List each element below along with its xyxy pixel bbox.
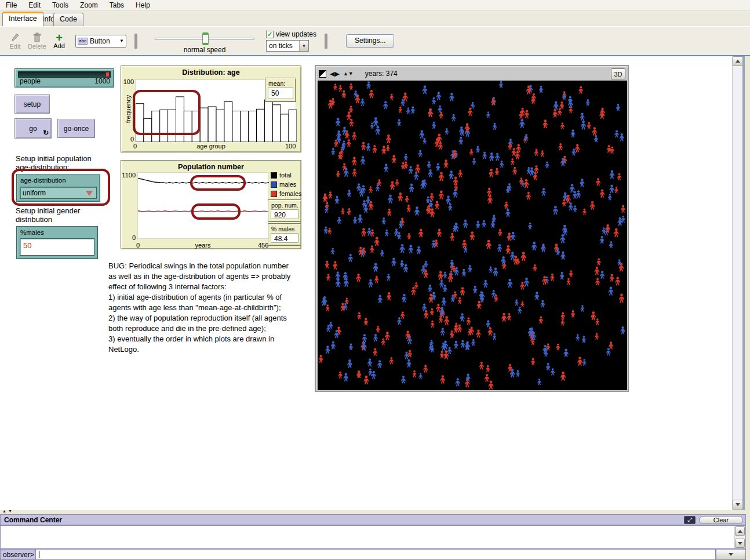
menu-zoom[interactable]: Zoom [74, 0, 104, 10]
chevron-down-icon: ▼ [299, 41, 308, 51]
main-scrollbar[interactable] [732, 56, 742, 510]
toolbar-separator [134, 34, 137, 49]
world-view: ◀▶ ▲▼ years: 374 3D [315, 65, 629, 392]
world-canvas[interactable] [318, 81, 627, 390]
percent-males-value[interactable]: 50 [20, 238, 94, 256]
forever-icon: ↻ [43, 129, 49, 137]
popout-button[interactable]: ⤢ [684, 516, 696, 524]
pop-num-monitor: pop. num. 920 [268, 199, 301, 222]
bug-note: BUG: Periodical swings in the total popu… [108, 261, 312, 355]
annotation-total-line [190, 175, 246, 191]
arrow-up-icon [736, 60, 740, 63]
widget-type-select[interactable]: abc Button ▼ [75, 35, 126, 48]
arrow-down-icon [736, 503, 740, 506]
note-gender-distribution: Setup initial gender distribution [16, 206, 103, 224]
arrow-down-icon [729, 553, 733, 556]
vertical-arrows-icon: ▲▼ [343, 72, 354, 75]
menu-tools[interactable]: Tools [46, 0, 74, 10]
view-header: ◀▶ ▲▼ years: 374 3D [316, 67, 627, 81]
output-scrollbar[interactable] [734, 526, 745, 548]
command-center-output [0, 525, 746, 549]
plus-icon: + [56, 33, 63, 42]
people-slider[interactable]: people 1000 [14, 68, 114, 88]
tab-interface[interactable]: Interface [2, 12, 43, 26]
settings-button[interactable]: Settings... [346, 34, 394, 48]
command-input[interactable]: | [36, 549, 716, 560]
annotation-chooser [12, 169, 110, 206]
menu-help[interactable]: Help [130, 0, 156, 10]
edit-widget-button[interactable]: Edit [5, 32, 26, 50]
arrow-up-icon [738, 530, 742, 533]
tab-strip: Interface Info Code [0, 11, 750, 26]
command-center-splitter[interactable]: ▲▼ [2, 509, 14, 513]
percent-males-monitor: % males 48.4 [268, 223, 301, 246]
update-mode-select[interactable]: on ticks ▼ [266, 40, 309, 52]
window-edge [742, 56, 745, 510]
chevron-down-icon: ▼ [119, 38, 124, 43]
menu-tabs[interactable]: Tabs [104, 0, 130, 10]
go-button[interactable]: go ↻ [14, 118, 52, 139]
delete-widget-button[interactable]: Delete [27, 32, 48, 50]
arrow-down-icon [738, 542, 742, 545]
menu-bar: File Edit Tools Zoom Tabs Help [0, 0, 750, 11]
horizontal-arrows-icon: ◀▶ [330, 71, 340, 77]
percent-males-input[interactable]: %males 50 [16, 226, 98, 259]
toolbar-separator [325, 34, 327, 49]
scroll-down-button[interactable] [733, 500, 743, 510]
scroll-up-button[interactable] [735, 526, 745, 536]
go-once-button[interactable]: go-once [57, 119, 95, 138]
pencil-icon [10, 32, 20, 43]
setup-button[interactable]: setup [14, 94, 50, 114]
tab-code[interactable]: Code [53, 13, 83, 26]
people-slider-handle[interactable] [105, 72, 110, 77]
toolbar: Edit Delete + Add abc Button ▼ normal sp… [0, 26, 750, 56]
observer-prompt: observer> [0, 549, 36, 560]
legend-swatch-females [271, 191, 277, 197]
speed-slider[interactable]: normal speed [152, 30, 257, 53]
trash-icon [33, 32, 41, 43]
annotation-males-females-lines [191, 203, 241, 220]
history-dropdown-button[interactable] [716, 549, 746, 560]
abc-icon: abc [78, 38, 88, 45]
scroll-down-button[interactable] [735, 539, 745, 548]
tick-counter: years: 374 [365, 70, 398, 78]
command-center-header: Command Center ⤢ Clear [0, 514, 746, 525]
menu-file[interactable]: File [0, 0, 23, 10]
legend-swatch-males [271, 181, 277, 188]
clear-button[interactable]: Clear [699, 516, 743, 524]
view-updates-checkbox[interactable]: ✓ [266, 31, 274, 38]
mean-age-monitor: mean: age 50 [265, 78, 296, 102]
speed-slider-thumb[interactable] [202, 32, 209, 45]
add-widget-button[interactable]: + Add [49, 33, 70, 49]
legend-swatch-total [271, 172, 277, 179]
netlogo-window: File Edit Tools Zoom Tabs Help Interface… [0, 0, 750, 560]
menu-edit[interactable]: Edit [23, 0, 46, 10]
patch-size-icon [319, 70, 326, 78]
annotation-age-plot [133, 90, 201, 135]
3d-button[interactable]: 3D [611, 68, 625, 79]
scroll-up-button[interactable] [733, 56, 743, 66]
